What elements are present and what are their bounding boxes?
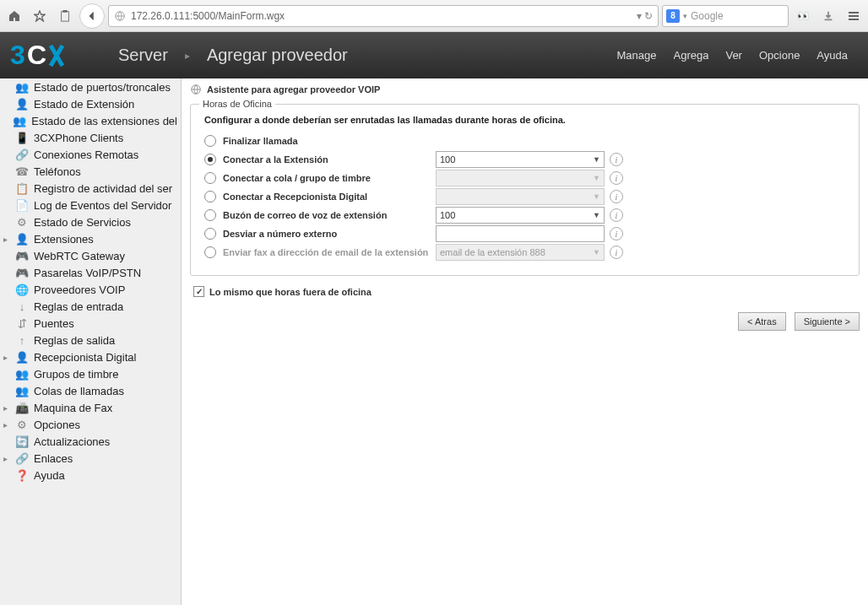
sidebar-item[interactable]: ↓Reglas de entrada <box>0 298 181 315</box>
svg-text:C: C <box>27 40 46 70</box>
menu-icon[interactable] <box>843 5 865 27</box>
sidebar-item[interactable]: 🎮Pasarelas VoIP/PSTN <box>0 264 181 281</box>
breadcrumb-item[interactable]: Server <box>118 46 168 65</box>
info-icon[interactable]: i <box>610 246 623 259</box>
sidebar-item[interactable]: ⚙Estado de Servicios <box>0 213 181 230</box>
sidebar-label: Estado de Servicios <box>34 216 131 229</box>
radio-button[interactable] <box>204 191 216 203</box>
sidebar-item[interactable]: ▸⚙Opciones <box>0 416 181 433</box>
sidebar-item[interactable]: ↑Reglas de salida <box>0 332 181 348</box>
row-label: Buzón de correo de voz de extensión <box>223 210 436 220</box>
home-icon[interactable] <box>3 5 25 27</box>
sidebar-item[interactable]: ▸🔗Enlaces <box>0 450 181 467</box>
sidebar-item[interactable]: 👥Grupos de timbre <box>0 365 181 382</box>
sidebar-icon: 📋 <box>15 181 29 195</box>
sidebar-label: Enlaces <box>34 452 73 465</box>
sidebar-item[interactable]: ▸👤Recepcionista Digital <box>0 348 181 365</box>
sidebar-label: Estado de Extensión <box>34 98 134 111</box>
download-icon[interactable] <box>817 5 839 27</box>
expand-icon: ▸ <box>3 420 10 429</box>
bookmark-icon[interactable] <box>29 5 51 27</box>
sidebar-item[interactable]: 🔗Conexiones Remotas <box>0 146 181 163</box>
breadcrumb-item[interactable]: Agregar proveedor <box>207 46 348 65</box>
page-title: Asistente para agregar proveedor VOIP <box>207 84 380 95</box>
sidebar-icon: 🔄 <box>15 435 29 448</box>
sidebar-item[interactable]: 🔄Actualizaciones <box>0 433 181 450</box>
nav-manage[interactable]: Manage <box>617 49 657 62</box>
select-field: ▼ <box>436 170 605 186</box>
browser-search[interactable]: 8 ▾ Google <box>662 5 789 27</box>
info-icon[interactable]: i <box>610 227 623 240</box>
sidebar-icon: ⚙ <box>15 215 29 229</box>
sidebar-item[interactable]: ☎Teléfonos <box>0 163 181 180</box>
row-label: Desviar a número externo <box>223 229 436 239</box>
sidebar-label: Ayuda <box>34 469 65 482</box>
radio-button[interactable] <box>204 209 216 221</box>
info-icon[interactable]: i <box>610 171 623 185</box>
sidebar-icon: ❓ <box>15 468 29 482</box>
sidebar-item[interactable]: 📱3CXPhone Clients <box>0 129 181 146</box>
sidebar-item[interactable]: ⇵Puentes <box>0 315 181 332</box>
refresh-dropdown-icon[interactable]: ▾ ↻ <box>637 10 653 22</box>
svg-rect-0 <box>62 11 69 20</box>
google-icon: 8 <box>666 9 680 23</box>
sidebar-icon: ☎ <box>15 165 29 178</box>
info-icon[interactable]: i <box>610 190 623 203</box>
row-label: Finalizar llamada <box>223 136 436 146</box>
sidebar-item[interactable]: 👥Estado de las extensiones del <box>0 112 181 129</box>
radio-button[interactable] <box>204 172 216 184</box>
sidebar-label: Maquina de Fax <box>34 402 112 414</box>
fieldset-desc: Configurar a donde deberían ser enrutada… <box>204 115 845 125</box>
sidebar-icon: 📱 <box>15 131 29 144</box>
sidebar-item[interactable]: ▸👤Extensiones <box>0 230 181 247</box>
sidebar-item[interactable]: 👤Estado de Extensión <box>0 95 181 112</box>
sidebar-icon: 👤 <box>15 97 29 111</box>
sidebar-item[interactable]: 🎮WebRTC Gateway <box>0 247 181 264</box>
row-label: Conectar a cola / grupo de timbre <box>223 173 436 183</box>
info-icon[interactable]: i <box>610 208 623 222</box>
sidebar-label: Reglas de entrada <box>34 300 123 313</box>
info-icon[interactable]: i <box>610 153 623 166</box>
radio-button[interactable] <box>204 228 216 240</box>
sidebar-label: WebRTC Gateway <box>34 250 125 262</box>
sidebar-item[interactable]: 📄Log de Eventos del Servidor <box>0 197 181 213</box>
same-as-outside-checkbox[interactable]: ✓ <box>193 286 204 297</box>
nav-options[interactable]: Opcione <box>759 49 800 62</box>
binoculars-icon[interactable]: 👀 <box>792 5 814 27</box>
select-field[interactable]: 100▼ <box>436 151 605 168</box>
sidebar-label: Registro de actividad del ser <box>34 182 172 195</box>
sidebar-label: Estado de puertos/troncales <box>34 81 171 94</box>
sidebar-icon: 👥 <box>15 80 29 94</box>
breadcrumb: Server ▸ Agregar proveedor <box>118 46 617 65</box>
expand-icon: ▸ <box>3 454 10 463</box>
form-row: Finalizar llamada <box>204 132 845 150</box>
sidebar-icon: ⚙ <box>15 418 29 431</box>
sidebar-item[interactable]: 👥Colas de llamadas <box>0 382 181 399</box>
url-bar[interactable]: 172.26.0.111:5000/MainForm.wgx ▾ ↻ <box>108 5 659 27</box>
back-button[interactable] <box>79 3 105 29</box>
radio-button[interactable] <box>204 246 216 258</box>
nav-view[interactable]: Ver <box>725 49 742 62</box>
next-button[interactable]: Siguiente > <box>795 312 860 331</box>
sidebar-item[interactable]: ▸📠Maquina de Fax <box>0 399 181 416</box>
clipboard-icon[interactable] <box>54 5 76 27</box>
back-button[interactable]: < Atras <box>738 312 786 331</box>
text-field[interactable] <box>436 225 605 242</box>
sidebar-item[interactable]: 👥Estado de puertos/troncales <box>0 78 181 95</box>
sidebar-icon: ↑ <box>15 333 29 347</box>
expand-icon: ▸ <box>3 403 10 413</box>
sidebar-item[interactable]: ❓Ayuda <box>0 467 181 483</box>
nav-help[interactable]: Ayuda <box>816 49 848 62</box>
select-field: email de la extensión 888▼ <box>436 244 605 261</box>
radio-button[interactable] <box>204 135 216 147</box>
nav-add[interactable]: Agrega <box>674 49 709 62</box>
sidebar: 👥Estado de puertos/troncales👤Estado de E… <box>0 78 182 605</box>
sidebar-icon: 👥 <box>15 384 29 397</box>
radio-button[interactable] <box>204 154 216 165</box>
sidebar-label: 3CXPhone Clients <box>34 132 123 144</box>
select-field[interactable]: 100▼ <box>436 207 605 224</box>
sidebar-item[interactable]: 📋Registro de actividad del ser <box>0 180 181 197</box>
sidebar-icon: 📄 <box>15 198 29 212</box>
sidebar-item[interactable]: 🌐Proveedores VOIP <box>0 281 181 298</box>
sidebar-label: Log de Eventos del Servidor <box>34 199 171 212</box>
